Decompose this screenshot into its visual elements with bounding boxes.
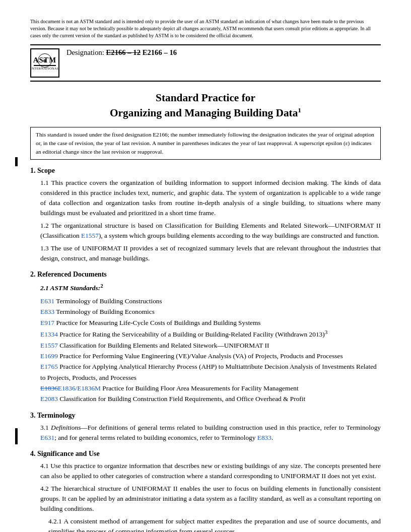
section1-heading: 1. Scope [30, 167, 381, 175]
ref-e1765: E1765 Practice for Applying Analytical H… [40, 361, 381, 383]
designation-old: E2166 – 12 [106, 48, 141, 56]
ref-section-label: 2.1 ASTM Standards:2 [40, 282, 381, 293]
link-e1836-old[interactable]: E1836 [40, 384, 58, 392]
top-notice: This document is not an ASTM standard an… [30, 18, 381, 39]
section4-heading: 4. Significance and Use [30, 450, 381, 458]
title-superscript: 1 [298, 106, 301, 114]
section2-heading: 2. Referenced Documents [30, 271, 381, 279]
para-4-1: 4.1 Use this practice to organize inform… [40, 461, 381, 481]
ref-e1557: E1557 Classification for Building Elemen… [40, 340, 381, 351]
link-e1836-new[interactable]: E1836/E1836M [58, 384, 101, 392]
designation-new: E2166 – 16 [143, 48, 177, 56]
ref-e631: E631 Terminology of Building Constructio… [40, 296, 381, 306]
ref-list: E631 Terminology of Building Constructio… [40, 296, 381, 405]
para-1-1: 1.1 This practice covers the organizatio… [40, 178, 381, 218]
title-line1: Standard Practice for [156, 92, 255, 104]
link-e917[interactable]: E917 [40, 319, 54, 326]
ref-e2083: E2083 Classification for Building Constr… [40, 393, 381, 404]
doc-title: Standard Practice for Organizing and Man… [30, 91, 381, 121]
link-e1699[interactable]: E1699 [40, 352, 58, 360]
ref-e917: E917 Practice for Measuring Life-Cycle C… [40, 317, 381, 328]
astm-logo: ASTM INTERNATIONAL ⊕ [30, 48, 60, 78]
link-e631-term[interactable]: E631 [40, 434, 54, 441]
link-e1557[interactable]: E1557 [40, 342, 58, 349]
designation-block: Designation: E2166 – 12 E2166 – 16 [66, 48, 381, 58]
title-line2: Organizing and Managing Building Data [110, 107, 298, 119]
para-1-2: 1.2 The organizational structure is base… [40, 221, 381, 241]
para-4-2: 4.2 The hierarchical structure of UNIFOR… [40, 484, 381, 514]
ref-e1836: E1836E1836/E1836M Practice for Building … [40, 383, 381, 393]
link-e833[interactable]: E833 [40, 308, 54, 315]
section3-heading: 3. Terminology [30, 412, 381, 420]
para-1-3: 1.3 The use of UNIFORMAT II provides a s… [40, 243, 381, 263]
ref-e1699: E1699 Practice for Performing Value Engi… [40, 351, 381, 361]
ref-e833: E833 Terminology of Building Economics [40, 306, 381, 317]
designation-label: Designation: [66, 48, 104, 56]
para-3-1: 3.1 Definitions—For definitions of gener… [40, 423, 381, 443]
link-e1765[interactable]: E1765 [40, 363, 58, 370]
link-e631[interactable]: E631 [40, 297, 54, 305]
change-bar-2 [15, 157, 18, 166]
ref-e1334: E1334 Practice for Rating the Serviceabi… [40, 328, 381, 340]
link-e833-term[interactable]: E833 [257, 434, 271, 441]
link-e1334[interactable]: E1334 [40, 330, 58, 338]
standard-notice: This standard is issued under the fixed … [30, 127, 381, 160]
link-e1557-scope[interactable]: E1557 [81, 232, 99, 239]
header-row: ASTM INTERNATIONAL ⊕ Designation: E2166 … [30, 44, 381, 82]
link-e2083[interactable]: E2083 [40, 395, 58, 403]
change-bar-1 [15, 428, 18, 444]
para-4-2-1: 4.2.1 A consistent method of arrangement… [48, 516, 381, 532]
